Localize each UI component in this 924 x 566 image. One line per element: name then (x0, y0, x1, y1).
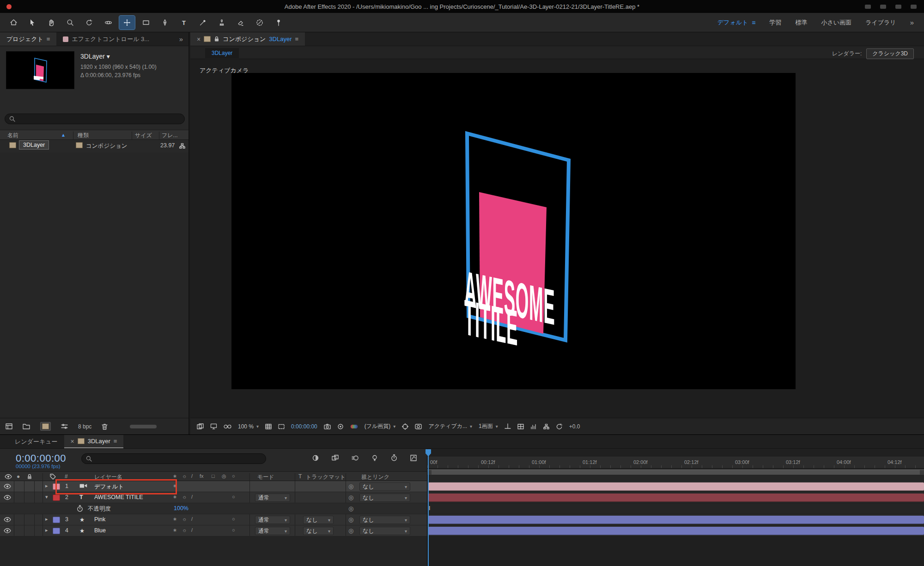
layer-duration-bar-blue[interactable] (428, 527, 924, 535)
project-item-row[interactable]: 3DLayer コンポジション 23.97 (0, 140, 188, 152)
track-matte-select[interactable]: なし▾ (303, 516, 334, 524)
label-color-chip[interactable] (53, 483, 60, 490)
tab-render-queue[interactable]: レンダーキュー (8, 435, 64, 448)
composition-viewport[interactable]: アクティブカメラ AWESOME TITILE (190, 59, 924, 418)
pickwhip-icon[interactable]: ◎ (348, 527, 353, 534)
target-icon[interactable] (402, 423, 408, 430)
expander-icon[interactable]: ▸ (45, 516, 48, 522)
roto-brush-tool[interactable] (252, 16, 267, 30)
column-size[interactable]: サイズ (135, 132, 152, 139)
project-search[interactable] (5, 114, 185, 124)
time-navigator-strip[interactable] (427, 449, 924, 457)
blend-mode-select[interactable]: 通常▾ (255, 516, 290, 524)
track-row-2[interactable] (427, 492, 924, 503)
renderer-value[interactable]: クラシック3D (866, 48, 914, 59)
comp-timecode[interactable]: 0:00:00:00 (291, 423, 317, 430)
workspace-menu-icon[interactable]: ≡ (752, 19, 755, 26)
pickwhip-icon[interactable]: ◎ (348, 483, 353, 490)
zoom-tool[interactable] (62, 16, 78, 30)
auto-keyframe-icon[interactable] (391, 454, 397, 461)
mode-column-label[interactable]: モード (257, 473, 274, 481)
blend-mode-select[interactable]: 通常▾ (255, 494, 290, 502)
eye-column-icon[interactable] (5, 474, 12, 479)
label-color-chip[interactable] (53, 494, 60, 501)
effects-switch-icon[interactable]: ☼ (182, 494, 187, 500)
effects-switch-icon[interactable]: ☼ (182, 527, 187, 533)
eye-icon[interactable] (4, 528, 11, 535)
hand-tool[interactable] (43, 16, 59, 30)
track-matte-select[interactable]: なし▾ (303, 527, 334, 535)
label-column-icon[interactable] (50, 474, 56, 480)
pickwhip-icon[interactable]: ◎ (348, 494, 353, 501)
project-thumbnail[interactable] (6, 52, 74, 89)
stopwatch-icon[interactable] (77, 505, 83, 512)
work-area-end-handle[interactable] (920, 470, 924, 475)
motion-blur-icon[interactable] (352, 455, 359, 461)
eye-icon[interactable] (4, 495, 11, 501)
pickwhip-icon[interactable]: ◎ (348, 516, 353, 523)
layer-duration-bar-camera[interactable] (428, 482, 924, 491)
resolution-select[interactable]: (フル画質)▾ (365, 422, 396, 430)
tab-timeline-comp[interactable]: × 3DLayer ≡ (64, 435, 124, 448)
audio-column-icon[interactable]: ● (17, 473, 20, 480)
axis-mode-icon[interactable] (505, 423, 511, 429)
quality-switch-icon[interactable]: / (191, 494, 193, 500)
parent-select[interactable]: なし▾ (359, 494, 410, 502)
panel-menu-icon[interactable]: ≡ (47, 36, 50, 42)
brainstorm-icon[interactable] (371, 455, 378, 461)
puppet-pin-tool[interactable] (271, 16, 286, 30)
interpret-footage-icon[interactable] (6, 423, 12, 429)
exposure-value[interactable]: +0.0 (569, 423, 580, 430)
lock-icon[interactable] (214, 36, 219, 42)
composition-canvas[interactable]: AWESOME TITILE (231, 73, 796, 389)
display-icon[interactable] (210, 423, 217, 429)
rotation-tool[interactable] (81, 16, 97, 30)
sort-up-icon[interactable]: ▴ (62, 132, 65, 138)
project-item-title[interactable]: 3DLayer ▾ (80, 53, 110, 60)
label-color-chip[interactable] (53, 528, 60, 534)
lock-column-icon[interactable] (27, 474, 32, 480)
selection-tool[interactable] (24, 16, 40, 30)
panel-menu-icon[interactable]: ≡ (114, 438, 117, 445)
horizontal-scrollbar[interactable] (130, 425, 157, 428)
collapse-switch-icon[interactable]: ∗ (173, 516, 177, 522)
graph-editor-icon[interactable] (410, 455, 417, 461)
playhead-head[interactable] (426, 449, 431, 454)
tab-composition[interactable]: × コンポジション 3DLayer ≡ (190, 32, 305, 46)
work-area-bar[interactable] (427, 470, 924, 475)
layer-name-column-label[interactable]: レイヤー名 (94, 473, 122, 481)
parent-select[interactable]: なし▾ (359, 527, 410, 535)
magnification-select[interactable]: 100 %▾ (238, 423, 259, 430)
expander-icon[interactable]: ▾ (45, 494, 48, 500)
track-row-3[interactable] (427, 514, 924, 525)
home-tool[interactable] (6, 16, 21, 30)
snapshot-icon[interactable] (324, 424, 331, 429)
orbit-camera-tool[interactable] (100, 16, 116, 30)
threed-switch-icon[interactable]: ○ (232, 527, 235, 533)
track-row-4[interactable] (427, 525, 924, 536)
color-depth-label[interactable]: 8 bpc (78, 423, 91, 430)
proportional-grid-icon[interactable] (517, 424, 524, 429)
type-tool[interactable]: T (176, 16, 192, 30)
opacity-value[interactable]: 100% (174, 505, 188, 512)
workspace-default[interactable]: デフォルト (717, 18, 748, 27)
number-column-label[interactable]: # (65, 473, 68, 480)
column-type[interactable]: 種類 (78, 132, 89, 139)
threed-switch-icon[interactable]: ○ (232, 516, 235, 522)
composition-mini-tab[interactable]: 3DLayer (205, 48, 239, 58)
show-channels-icon[interactable] (350, 424, 358, 429)
track-row-property[interactable]: I (427, 503, 924, 514)
parent-link-column-label[interactable]: 親とリンク (361, 473, 389, 481)
threed-switch-icon[interactable]: ○ (232, 494, 235, 500)
pickwhip-icon[interactable]: ◎ (348, 505, 353, 512)
layer-row-1[interactable]: ▸ 1 デフォルト ∗ ◎ なし▾ (0, 481, 427, 492)
collapse-switch-icon[interactable]: ∗ (173, 527, 177, 533)
quality-switch-icon[interactable]: / (191, 527, 193, 533)
frame-blend-icon[interactable] (332, 455, 339, 461)
layer-duration-bar-pink[interactable] (428, 516, 924, 524)
histogram-icon[interactable] (530, 424, 537, 429)
show-snapshot-icon[interactable] (337, 423, 344, 430)
layer-row-2[interactable]: ▾ 2 T AWESOME TITILE ∗ ☼ / ○ 通常▾ ◎ なし▾ (0, 492, 427, 503)
column-name[interactable]: 名前 (7, 132, 18, 139)
window-close-button[interactable] (6, 4, 12, 9)
